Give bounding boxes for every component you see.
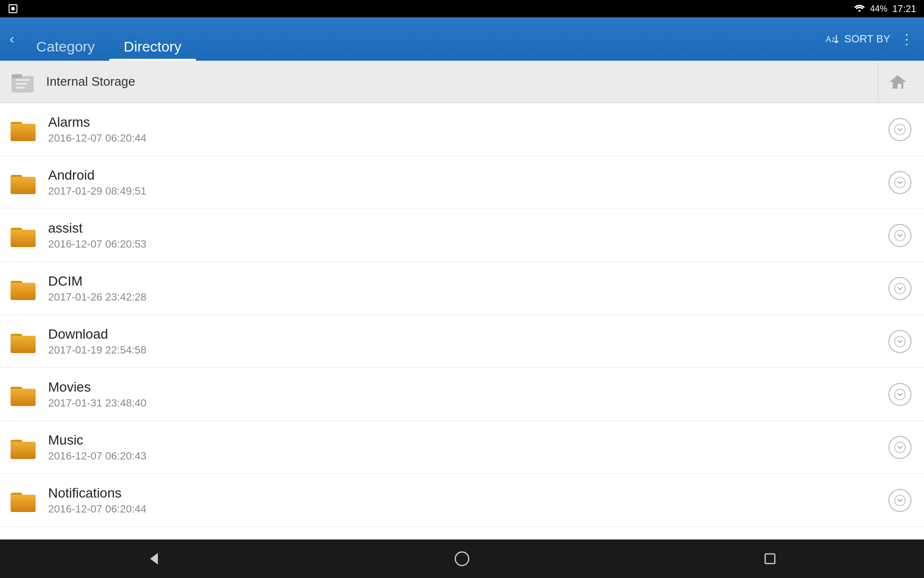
status-bar-left bbox=[8, 3, 18, 14]
file-name: Android bbox=[48, 168, 886, 183]
battery-percentage: 44% bbox=[870, 4, 887, 14]
tab-directory[interactable]: Directory bbox=[109, 17, 196, 61]
more-options-button[interactable]: ⋮ bbox=[900, 31, 914, 47]
svg-point-19 bbox=[895, 177, 905, 188]
folder-icon bbox=[10, 169, 37, 196]
file-action-button[interactable] bbox=[886, 486, 914, 515]
circle-down-icon bbox=[888, 330, 911, 353]
svg-rect-30 bbox=[11, 336, 36, 353]
sort-icon: A Z bbox=[826, 33, 840, 45]
file-info: Download 2017-01-19 22:54:58 bbox=[48, 327, 886, 356]
folder-icon bbox=[10, 328, 37, 355]
list-item[interactable]: assist 2016-12-07 06:20:53 bbox=[0, 209, 924, 262]
file-action-button[interactable] bbox=[886, 327, 914, 356]
list-item[interactable]: Notifications 2016-12-07 06:20:44 bbox=[0, 474, 924, 527]
nav-recent-button[interactable] bbox=[751, 544, 789, 573]
file-info: Alarms 2016-12-07 06:20:44 bbox=[48, 115, 886, 144]
nav-back-button[interactable] bbox=[135, 544, 173, 573]
svg-rect-11 bbox=[15, 87, 25, 89]
list-item[interactable]: Android 2017-01-29 08:49:51 bbox=[0, 156, 924, 209]
tab-category[interactable]: Category bbox=[22, 17, 109, 61]
app-bar-actions: A Z SORT BY ⋮ bbox=[826, 31, 914, 47]
folder-icon bbox=[10, 116, 37, 143]
file-info: Music 2016-12-07 06:20:43 bbox=[48, 433, 886, 462]
back-button[interactable]: ‹ bbox=[10, 31, 14, 47]
file-action-button[interactable] bbox=[886, 221, 914, 250]
svg-rect-34 bbox=[11, 389, 36, 406]
nav-home-button[interactable] bbox=[443, 544, 481, 573]
svg-point-39 bbox=[895, 442, 905, 453]
file-date: 2016-12-07 06:20:44 bbox=[48, 503, 886, 515]
svg-marker-52 bbox=[150, 553, 158, 565]
file-action-button[interactable] bbox=[886, 433, 914, 462]
file-info: DCIM 2017-01-26 23:42:28 bbox=[48, 274, 886, 303]
svg-point-1 bbox=[11, 7, 14, 10]
wifi-icon bbox=[854, 4, 865, 13]
list-item[interactable]: Music 2016-12-07 06:20:43 bbox=[0, 421, 924, 474]
circle-down-icon bbox=[888, 383, 911, 406]
svg-point-15 bbox=[895, 124, 905, 135]
file-action-button[interactable] bbox=[886, 168, 914, 197]
file-name: Notifications bbox=[48, 486, 886, 501]
circle-down-icon bbox=[888, 118, 911, 141]
svg-point-53 bbox=[455, 552, 469, 565]
file-date: 2016-12-07 06:20:53 bbox=[48, 238, 886, 250]
circle-down-icon bbox=[888, 436, 911, 459]
svg-point-35 bbox=[895, 389, 905, 400]
svg-rect-9 bbox=[15, 79, 30, 81]
folder-icon bbox=[10, 381, 37, 408]
nav-back-icon bbox=[145, 550, 163, 567]
file-info: assist 2016-12-07 06:20:53 bbox=[48, 221, 886, 250]
status-bar: 44% 17:21 bbox=[0, 0, 924, 17]
folder-icon bbox=[10, 275, 37, 302]
nav-home-icon bbox=[453, 550, 471, 567]
bottom-nav bbox=[0, 539, 924, 578]
file-name: Movies bbox=[48, 380, 886, 395]
home-button[interactable] bbox=[878, 63, 916, 101]
path-bar: Internal Storage bbox=[0, 61, 924, 103]
list-item[interactable]: DCIM 2017-01-26 23:42:28 bbox=[0, 262, 924, 315]
folder-icon bbox=[10, 487, 37, 514]
file-action-button[interactable] bbox=[886, 115, 914, 144]
file-date: 2016-12-07 06:20:44 bbox=[48, 132, 886, 144]
svg-rect-8 bbox=[12, 74, 22, 78]
circle-down-icon bbox=[888, 277, 911, 300]
svg-rect-10 bbox=[15, 83, 27, 85]
list-item[interactable]: Pictures 2017-01-18 20:31:43 bbox=[0, 527, 924, 539]
file-action-button[interactable] bbox=[886, 380, 914, 409]
sort-by-button[interactable]: A Z SORT BY bbox=[826, 33, 890, 45]
app-bar: ‹ Category Directory A Z SORT BY ⋮ bbox=[0, 17, 924, 61]
list-item[interactable]: Movies 2017-01-31 23:48:40 bbox=[0, 368, 924, 421]
file-date: 2016-12-07 06:20:43 bbox=[48, 450, 886, 462]
nav-recent-icon bbox=[761, 550, 779, 567]
file-name: Alarms bbox=[48, 115, 886, 130]
sort-by-label: SORT BY bbox=[844, 33, 890, 45]
file-name: assist bbox=[48, 221, 886, 236]
list-item[interactable]: Alarms 2016-12-07 06:20:44 bbox=[0, 103, 924, 156]
file-info: Android 2017-01-29 08:49:51 bbox=[48, 168, 886, 197]
folder-icon bbox=[10, 434, 37, 461]
svg-point-27 bbox=[895, 283, 905, 294]
list-item[interactable]: Download 2017-01-19 22:54:58 bbox=[0, 315, 924, 368]
status-time: 17:21 bbox=[892, 3, 916, 14]
file-name: Music bbox=[48, 433, 886, 448]
svg-rect-42 bbox=[11, 495, 36, 512]
svg-point-43 bbox=[895, 495, 905, 506]
circle-down-icon bbox=[888, 224, 911, 247]
svg-rect-26 bbox=[11, 283, 36, 300]
svg-point-31 bbox=[895, 336, 905, 347]
svg-text:Z: Z bbox=[832, 37, 835, 43]
file-list: Alarms 2016-12-07 06:20:44 bbox=[0, 103, 924, 539]
tab-group: Category Directory bbox=[22, 17, 196, 61]
current-path: Internal Storage bbox=[46, 74, 878, 89]
screenshot-icon bbox=[8, 3, 18, 14]
svg-rect-22 bbox=[11, 230, 36, 247]
file-name: DCIM bbox=[48, 274, 886, 289]
home-icon bbox=[888, 72, 907, 92]
svg-rect-38 bbox=[11, 442, 36, 459]
svg-text:A: A bbox=[826, 35, 831, 43]
file-date: 2017-01-19 22:54:58 bbox=[48, 344, 886, 356]
svg-rect-18 bbox=[11, 177, 36, 194]
file-action-button[interactable] bbox=[886, 274, 914, 303]
file-date: 2017-01-26 23:42:28 bbox=[48, 291, 886, 303]
